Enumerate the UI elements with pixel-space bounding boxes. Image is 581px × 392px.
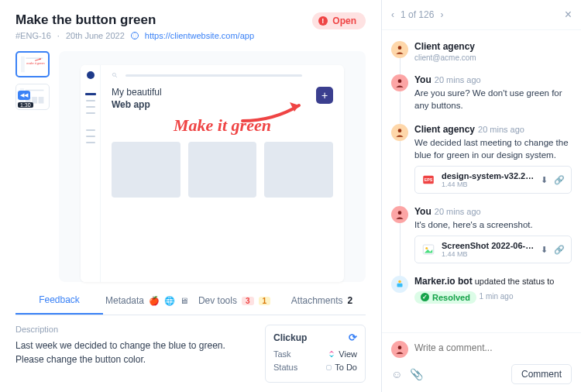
message-author: You (414, 206, 431, 217)
download-icon[interactable]: ⬇ (541, 175, 548, 185)
description-text: Last week we decided to change the blue … (15, 339, 251, 366)
screenshot-preview: My beautifulWeb app + Make it green (59, 51, 366, 282)
tab-metadata[interactable]: Metadata🍎🌐🖥 (103, 287, 191, 315)
message-author: Client agency (414, 124, 475, 135)
message: Client agencyclient@acme.com (391, 35, 578, 68)
annotation-arrow (239, 99, 308, 126)
message-body: It's done, here's a screenshot. (414, 218, 572, 231)
message: Marker.io bot updated the status toResol… (391, 270, 578, 310)
tab-attachments[interactable]: Attachments2 (278, 287, 366, 315)
next-icon[interactable]: › (440, 9, 443, 20)
attach-icon[interactable]: 📎 (410, 368, 423, 380)
message: You20 mins agoIt's done, here's a screen… (391, 200, 578, 270)
svg-rect-18 (397, 284, 403, 287)
close-icon[interactable]: × (565, 8, 572, 22)
sync-icon[interactable]: ⟳ (349, 332, 357, 343)
issue-url[interactable]: https://clientwebsite.com/app (145, 31, 254, 40)
tab-devtools[interactable]: Dev tools31 (191, 287, 278, 315)
message: You20 mins agoAre you sure? We don't use… (391, 68, 578, 118)
svg-point-19 (398, 280, 401, 284)
svg-point-20 (398, 346, 402, 349)
svg-point-12 (398, 129, 402, 133)
svg-rect-7 (39, 97, 44, 104)
comment-button[interactable]: Comment (511, 364, 572, 384)
svg-point-10 (398, 46, 402, 50)
avatar (391, 276, 408, 293)
clickup-panel: Clickup⟳ TaskView StatusTo Do (265, 325, 366, 383)
message-time: 20 mins ago (435, 75, 481, 84)
status-resolved: Resolved (414, 291, 476, 304)
message-author: Client agency (414, 41, 475, 52)
message-author: You (414, 74, 431, 85)
link-icon[interactable]: 🔗 (554, 245, 565, 255)
svg-point-17 (425, 247, 428, 249)
download-icon[interactable]: ⬇ (541, 245, 548, 255)
message: Client agency20 mins agoWe decided last … (391, 118, 578, 200)
svg-rect-0 (21, 57, 25, 72)
svg-point-8 (112, 73, 115, 76)
attachment[interactable]: EPSdesign-system-v32.2.sketch1.44 MB⬇🔗 (414, 166, 572, 194)
issue-date: 20th June 2022 (66, 31, 125, 40)
rewind-icon: ◀◀ (18, 91, 30, 100)
plus-button: + (316, 87, 333, 104)
video-duration: 1:30 (18, 102, 33, 108)
message-time: 20 mins ago (478, 125, 524, 134)
thumbnail-screenshot[interactable]: make it green (15, 51, 50, 77)
prev-icon[interactable]: ‹ (391, 9, 394, 20)
thumbnail-video[interactable]: ◀◀ 1:30 (15, 84, 50, 110)
globe-icon (131, 32, 139, 40)
message-time: 20 mins ago (435, 207, 481, 216)
svg-line-9 (115, 76, 117, 77)
avatar (391, 206, 408, 223)
svg-point-15 (398, 211, 402, 215)
avatar (391, 341, 408, 358)
avatar (391, 124, 408, 141)
status-badge[interactable]: !Open (312, 12, 366, 29)
issue-title: Make the button green (15, 12, 254, 28)
message-body: We decided last meeting to change the bl… (414, 136, 572, 161)
link-icon[interactable]: 🔗 (554, 175, 565, 185)
emoji-icon[interactable]: ☺ (391, 368, 402, 380)
comment-input[interactable] (414, 341, 572, 355)
avatar (391, 74, 408, 91)
message-author: Marker.io bot (414, 276, 473, 287)
tab-feedback[interactable]: Feedback (15, 287, 103, 315)
avatar (391, 41, 408, 58)
attachment[interactable]: ScreenShot 2022-06-06 at 15.39.321.44 MB… (414, 236, 572, 263)
issue-id: #ENG-16 (15, 31, 51, 40)
message-body: Are you sure? We don't use green for any… (414, 87, 572, 112)
svg-text:EPS: EPS (425, 178, 433, 183)
svg-text:make it green: make it green (26, 61, 45, 65)
message-email: client@acme.com (414, 53, 572, 62)
description-label: Description (15, 325, 251, 334)
svg-point-11 (398, 79, 402, 83)
pager-text: 1 of 126 (401, 9, 434, 20)
